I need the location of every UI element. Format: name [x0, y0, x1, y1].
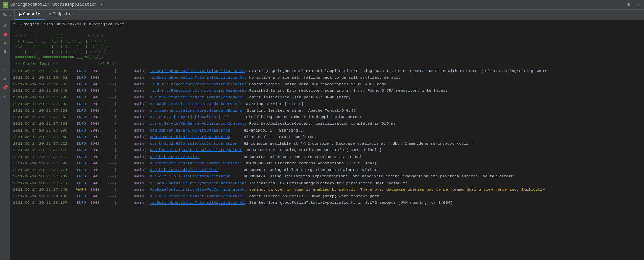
log-bracket: [: [115, 114, 117, 120]
log-level: INFO: [76, 200, 90, 206]
log-thread: main: [117, 81, 145, 87]
log-source[interactable]: com.zaxxer.hikari.HikariDataSource: [150, 134, 239, 140]
log-source[interactable]: o.hibernate.annotations.common.Version: [150, 160, 240, 166]
log-bracket: [: [115, 187, 117, 193]
log-source[interactable]: .a.SpringbootKotlinTutorialApplicationKt: [150, 200, 245, 206]
log-line: 2021-06-14 20:21:36.948 INFO 8948 --- [ …: [10, 87, 644, 94]
log-level: INFO: [76, 114, 90, 120]
up-button[interactable]: ↑: [1, 66, 9, 74]
log-source[interactable]: .s.d.r.c.RepositoryConfigurationDelegate: [150, 88, 245, 94]
log-close-bracket: ]: [145, 187, 147, 193]
log-source[interactable]: org.hibernate.dialect.Dialect: [150, 167, 239, 173]
log-source[interactable]: .a.SpringbootKotlinTutorialApplicationKt: [150, 68, 245, 74]
log-space: [147, 68, 150, 74]
tab-console[interactable]: ▶ Console: [15, 10, 44, 20]
title-bar: SpringbootKotlinTutorialApplication × ⚙ …: [0, 0, 644, 10]
log-sep: ---: [107, 94, 115, 100]
app-title: SpringbootKotlinTutorialApplication: [10, 2, 97, 7]
log-source[interactable]: o.s.b.w.embedded.tomcat.TomcatWebServer: [150, 193, 242, 199]
pin-button[interactable]: 📌: [1, 84, 9, 92]
log-source[interactable]: o.s.b.w.embedded.tomcat.TomcatWebServer: [150, 94, 242, 100]
log-close-bracket: ]: [145, 75, 147, 81]
rerun-button[interactable]: [1, 39, 9, 47]
log-source[interactable]: o.apache.catalina.core.StandardService: [150, 101, 240, 107]
log-thread: main: [117, 68, 145, 74]
log-thread: main: [117, 154, 145, 160]
minimize-icon[interactable]: —: [633, 2, 635, 8]
close-console-button[interactable]: ×: [1, 92, 9, 101]
log-level: INFO: [76, 108, 90, 113]
log-sep: ---: [107, 68, 115, 74]
log-timestamp: 2021-06-14 20:21:37.948: [13, 187, 76, 193]
log-thread: main: [117, 200, 145, 206]
log-space: [147, 154, 150, 160]
settings-icon[interactable]: ⚙: [627, 2, 630, 8]
log-thread: main: [117, 75, 145, 81]
log-space: [147, 81, 150, 87]
log-source[interactable]: o.hibernate.jpa.internal.util.LogHelper: [150, 147, 242, 153]
log-line: 2021-06-14 20:21:37.286 INFO 8948 --- [ …: [10, 94, 644, 100]
log-thread: main: [117, 114, 145, 120]
log-sep: ---: [107, 88, 115, 94]
log-level: INFO: [76, 81, 90, 87]
log-space: [147, 94, 150, 100]
log-sep: ---: [107, 160, 115, 166]
log-thread: main: [117, 121, 145, 126]
log-source[interactable]: com.zaxxer.hikari.HikariDataSource: [150, 127, 239, 133]
maximize-icon[interactable]: □: [639, 2, 641, 8]
log-source[interactable]: .a.SpringbootKotlinTutorialApplicationKt: [150, 75, 245, 81]
log-line: 2021-06-14 20:21:36.401 INFO 8948 --- [ …: [10, 74, 644, 81]
log-line: 2021-06-14 20:21:37.363 INFO 8948 --- [ …: [10, 114, 644, 120]
log-bracket: [: [115, 108, 117, 113]
tab-endpoints[interactable]: ⊕ Endpoints: [45, 10, 79, 20]
log-pid: 8948: [90, 94, 107, 100]
settings-sidebar-icon[interactable]: ⚙: [1, 75, 9, 83]
log-source[interactable]: org.apache.catalina.core.StandardEngine: [150, 108, 242, 113]
log-source[interactable]: o.h.e.t.j.p.i.JtaPlatformInitiator: [150, 173, 239, 179]
log-line: 2021-06-14 20:21:38.189 INFO 8948 --- [ …: [10, 193, 644, 199]
log-message: : spring.jpa.open-in-view is enabled by …: [245, 187, 641, 193]
log-space: [147, 108, 150, 113]
log-timestamp: 2021-06-14 20:21:37.293: [13, 101, 76, 107]
log-source[interactable]: w.s.c.ServletWebServerApplicationContext: [150, 121, 245, 126]
log-thread: main: [117, 180, 145, 186]
log-timestamp: 2021-06-14 20:21:36.401: [13, 75, 76, 81]
restart-button[interactable]: ↺: [1, 21, 9, 29]
command-line: "C:\Program Files\Java\jdk-11.0.9\bin\ja…: [10, 21, 644, 27]
log-close-bracket: ]: [145, 114, 147, 120]
log-close-bracket: ]: [145, 101, 147, 107]
log-bracket: [: [115, 68, 117, 74]
log-close-bracket: ]: [145, 88, 147, 94]
log-source[interactable]: o.s.b.a.h2.H2ConsoleAutoConfiguration: [150, 140, 239, 146]
log-message: : Starting service [Tomcat]: [240, 101, 641, 107]
log-space: [147, 127, 150, 133]
log-level: INFO: [76, 68, 90, 74]
log-source[interactable]: .s.d.r.c.RepositoryConfigurationDelegate: [150, 81, 245, 87]
log-source[interactable]: JpaBaseConfigurationSJpaWebConfiguration: [150, 187, 245, 193]
title-close-button[interactable]: ×: [99, 3, 104, 7]
log-line: 2021-06-14 20:21:37.293 INFO 8948 --- [ …: [10, 101, 644, 107]
log-source[interactable]: org.hibernate.Version: [150, 154, 239, 160]
down-button[interactable]: ↓: [1, 57, 9, 65]
log-message: : Bootstrapping Spring Data JPA reposito…: [245, 81, 641, 87]
console-area[interactable]: "C:\Program Files\Java\jdk-11.0.9\bin\ja…: [10, 20, 644, 260]
log-source[interactable]: o.a.c.c.C.[Tomcat].[localhost].[/]: [150, 114, 239, 120]
log-level: INFO: [76, 160, 90, 166]
log-message: : Initialized JPA EntityManagerFactory f…: [245, 180, 641, 186]
log-thread: main: [117, 108, 145, 113]
log-thread: main: [117, 134, 145, 140]
stop-button[interactable]: [1, 30, 9, 38]
ascii-art: . ____ _ __ _ _ /\\ / ___'_ __ _ _(_)_ _…: [10, 27, 644, 61]
log-sep: ---: [107, 200, 115, 206]
log-line: 2021-06-14 20:21:36.937 INFO 8948 --- [ …: [10, 81, 644, 87]
log-timestamp: 2021-06-14 20:21:37.771: [13, 167, 76, 173]
log-bracket: [: [115, 121, 117, 126]
log-message: : Root WebApplicationContext: initializa…: [245, 121, 641, 126]
log-source[interactable]: j.LocalContainerEntityManagerFactoryBean: [150, 180, 245, 186]
log-line: 2021-06-14 20:21:37.386 INFO 8948 --- [ …: [10, 127, 644, 134]
log-close-bracket: ]: [145, 160, 147, 166]
title-actions: ⚙ — □: [627, 2, 641, 8]
log-message: : HHH000412: Hibernate ORM core version …: [239, 154, 641, 160]
log-bracket: [: [115, 140, 117, 146]
pause-button[interactable]: ⏸: [1, 48, 9, 56]
